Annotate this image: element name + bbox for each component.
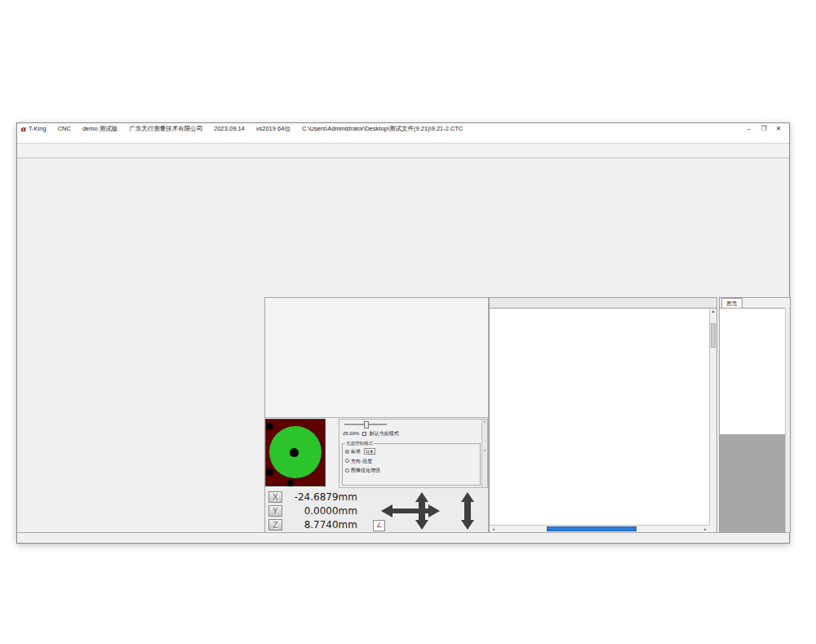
radio-standard[interactable]: 标准 1▼ (345, 448, 478, 455)
vscroll-thumb[interactable] (711, 323, 716, 348)
toolbar (17, 144, 789, 158)
jog-z-up-arrow (461, 492, 474, 508)
user-label: demo 测试版 (82, 125, 118, 133)
radio-dot-icon (345, 459, 349, 463)
close-button[interactable]: ✕ (771, 125, 786, 132)
menu-bar (17, 134, 789, 144)
master-light-slider[interactable] (344, 424, 387, 425)
ring-corner-dot-icon (266, 469, 273, 476)
table-horizontal-scrollbar[interactable]: ◂ ▸ (490, 525, 709, 532)
radio-image-enhance[interactable]: 图像优化增强 (345, 467, 478, 474)
jog-xy-up-arrow (415, 492, 428, 509)
master-light-value: 25.00% (343, 431, 359, 436)
x-axis-icon: X (268, 491, 282, 503)
app-mode: CNC (58, 125, 71, 132)
measurement-table (490, 309, 709, 525)
ring-corner-dot-icon (287, 480, 294, 486)
hscroll-right-arrow[interactable]: ▸ (702, 526, 709, 532)
lower-area: 25.00% 默认当前模式 光源控制模式 标准 1▼ 方向-强度 图像优化增强 (17, 297, 791, 533)
options-scrollbar[interactable]: ∧∨ (481, 420, 487, 487)
default-mode-checkbox[interactable] (362, 432, 366, 436)
z-value: 8.7740mm (282, 519, 357, 531)
y-value: 0.0000mm (282, 505, 357, 517)
app-window: α T-King CNC demo 测试版 广东天行测量技术有限公司 2023.… (16, 122, 790, 544)
minimize-button[interactable]: – (742, 125, 756, 132)
hscroll-left-arrow[interactable]: ◂ (490, 526, 497, 532)
light-mode-group-title: 光源控制模式 (345, 441, 374, 446)
tab-elements[interactable]: 图元 (721, 298, 743, 308)
master-slider-thumb[interactable] (364, 421, 369, 429)
app-logo-icon: α (20, 125, 26, 133)
middle-panel: 25.00% 默认当前模式 光源控制模式 标准 1▼ 方向-强度 图像优化增强 (264, 297, 489, 533)
level-select[interactable]: 1▼ (364, 448, 376, 455)
status-bar (17, 532, 789, 543)
jog-arrows[interactable] (379, 491, 486, 531)
jog-xy-down-arrow (415, 513, 428, 530)
maximize-button[interactable]: ❐ (756, 125, 771, 132)
app-name: T-King (29, 125, 47, 132)
elements-panel-footer (720, 434, 785, 532)
date-label: 2023.09.14 (214, 125, 245, 132)
hscroll-thumb[interactable] (547, 526, 636, 531)
elements-scrollbar[interactable] (785, 308, 790, 532)
y-axis-icon: Y (268, 505, 282, 517)
results-panel: ▲ ◂ ▸ (489, 297, 717, 533)
elements-panel: 图元 (719, 297, 791, 533)
select-arrow-icon: ▼ (368, 450, 374, 454)
default-mode-label: 默认当前模式 (370, 431, 399, 436)
jog-xy-horizontal-arrow (381, 504, 440, 517)
file-path: C:\Users\Administrator\Desktop\测试文件(9.21… (302, 125, 463, 133)
x-value: -24.6879mm (282, 491, 357, 503)
light-control-panel: 25.00% 默认当前模式 光源控制模式 标准 1▼ 方向-强度 图像优化增强 (265, 419, 488, 488)
z-axis-icon: Z (268, 519, 282, 531)
table-vertical-scrollbar[interactable]: ▲ (709, 309, 716, 525)
ring-light-preview[interactable] (265, 419, 326, 486)
company-label: 广东天行测量技术有限公司 (129, 125, 202, 133)
title-bar: α T-King CNC demo 测试版 广东天行测量技术有限公司 2023.… (17, 123, 789, 134)
ring-light-center-icon (290, 448, 299, 457)
radio-direction[interactable]: 方向-强度 (345, 458, 478, 465)
results-tabs (490, 298, 716, 309)
coordinate-readout: X -24.6879mm Y 0.0000mm Z 8.7740mm ∠ (265, 489, 488, 532)
jog-z-down-arrow (461, 514, 474, 530)
light-mode-group: 光源控制模式 标准 1▼ 方向-强度 图像优化增强 (342, 441, 481, 486)
light-mode-buttons (326, 419, 339, 488)
measure-toolbox (265, 298, 488, 418)
radio-dot-icon (345, 450, 349, 454)
build-label: vs2019 64位 (256, 125, 290, 133)
radio-dot-icon (345, 469, 349, 473)
light-options: 25.00% 默认当前模式 光源控制模式 标准 1▼ 方向-强度 图像优化增强 (339, 419, 488, 488)
ring-corner-dot-icon (266, 423, 273, 430)
